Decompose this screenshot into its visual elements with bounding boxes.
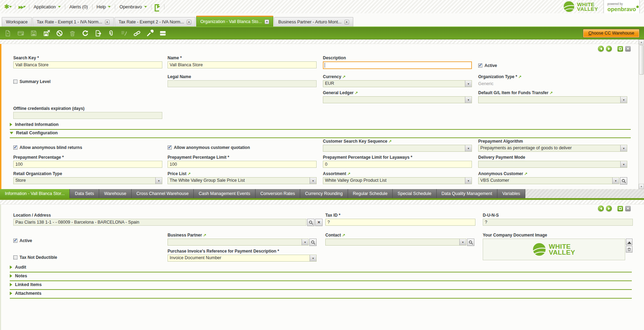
child-tab-currency-rounding[interactable]: Currency Rounding xyxy=(300,189,348,198)
business-partner-select[interactable] xyxy=(168,239,309,246)
allow-blind-returns-checkbox[interactable] xyxy=(13,145,17,150)
tools-button[interactable] xyxy=(144,28,156,38)
link-out-icon[interactable] xyxy=(523,171,527,176)
assortment-select[interactable]: White Valley Group Product List xyxy=(323,177,472,184)
link-out-icon[interactable] xyxy=(387,139,392,144)
quick-launch-icon[interactable] xyxy=(4,3,9,10)
section-retail-configuration[interactable]: Retail Configuration xyxy=(10,130,631,138)
menu-application[interactable]: Application xyxy=(32,4,62,9)
new-document-button[interactable] xyxy=(2,28,14,38)
search-icon[interactable] xyxy=(307,219,314,226)
default-gl-item-select[interactable] xyxy=(478,96,627,103)
link-out-icon[interactable] xyxy=(186,171,191,176)
offline-credentials-input[interactable] xyxy=(13,112,162,119)
section-linked-items[interactable]: Linked Items xyxy=(10,282,632,290)
search-icon[interactable] xyxy=(309,239,317,246)
clear-icon[interactable] xyxy=(315,219,323,226)
refresh-button[interactable] xyxy=(79,28,91,38)
save-and-close-button[interactable] xyxy=(40,28,53,38)
legal-name-input[interactable] xyxy=(168,80,317,87)
choose-cc-warehouse-button[interactable]: Choose CC Warehouse xyxy=(583,29,639,38)
chevron-down-icon[interactable] xyxy=(612,178,619,184)
next-record-button[interactable] xyxy=(606,46,612,52)
chevron-down-icon[interactable] xyxy=(9,6,12,9)
delivery-payment-mode-select[interactable] xyxy=(478,161,627,168)
export-button[interactable] xyxy=(92,28,104,38)
quick-create-icon[interactable] xyxy=(18,3,23,10)
customer-search-key-sequence-select[interactable] xyxy=(323,145,472,152)
menu-alerts[interactable]: Alerts (0) xyxy=(68,4,89,9)
audit-trail-button[interactable] xyxy=(118,28,130,38)
form-grid-toggle-button[interactable] xyxy=(157,28,169,38)
link-button[interactable] xyxy=(131,28,143,38)
name-input[interactable] xyxy=(168,61,317,68)
chevron-down-icon[interactable] xyxy=(620,161,627,167)
close-panel-button[interactable] xyxy=(625,46,631,52)
menu-help[interactable]: Help xyxy=(96,4,112,9)
tab-business-partner[interactable]: Business Partner - Arturo Mont... xyxy=(274,17,353,27)
allow-customer-quotation-checkbox[interactable] xyxy=(168,145,172,150)
summary-level-checkbox[interactable] xyxy=(13,80,17,84)
tab-close-icon[interactable] xyxy=(187,20,191,24)
undo-button[interactable] xyxy=(53,28,66,38)
new-row-button[interactable] xyxy=(15,28,27,38)
child-tab-warehouse[interactable]: Warehouse xyxy=(99,189,131,198)
tab-tax-rate-exempt-1[interactable]: Tax Rate - Exempt 1 - IVA Norm... xyxy=(32,17,113,27)
chevron-down-icon[interactable] xyxy=(310,255,316,261)
child-tab-data-sets[interactable]: Data Sets xyxy=(70,189,99,198)
currency-select[interactable]: EUR xyxy=(323,80,472,87)
prepayment-percentage-limit-input[interactable] xyxy=(168,161,317,168)
prepayment-percentage-input[interactable] xyxy=(13,161,162,168)
link-out-icon[interactable] xyxy=(341,74,346,79)
search-key-input[interactable] xyxy=(13,61,162,68)
chevron-down-icon[interactable] xyxy=(23,6,26,9)
child-tab-cash-management-events[interactable]: Cash Management Events xyxy=(194,189,255,198)
menu-openbravo[interactable]: Openbravo xyxy=(118,4,148,9)
duns-input[interactable] xyxy=(483,219,633,226)
active-checkbox[interactable] xyxy=(478,63,482,68)
tab-workspace[interactable]: Workspace xyxy=(2,17,32,27)
company-document-image[interactable]: WHITEVALLEY xyxy=(483,239,625,260)
child-tab-data-quality-management[interactable]: Data Quality Management xyxy=(437,189,497,198)
link-out-icon[interactable] xyxy=(202,233,206,238)
child-tab-conversion-rates[interactable]: Conversion Rates xyxy=(256,189,300,198)
link-out-icon[interactable] xyxy=(517,74,521,79)
link-out-icon[interactable] xyxy=(354,90,358,95)
prepayment-limit-layaways-input[interactable] xyxy=(323,161,472,168)
previous-record-button[interactable] xyxy=(598,205,604,211)
link-out-icon[interactable] xyxy=(346,171,350,176)
price-list-select[interactable]: The White Valley Group Sale Price List xyxy=(168,177,317,184)
chevron-down-icon[interactable] xyxy=(465,97,472,103)
tax-id-input[interactable] xyxy=(325,219,475,226)
chevron-down-icon[interactable] xyxy=(155,178,162,184)
save-button[interactable] xyxy=(28,28,40,38)
section-attachments[interactable]: Attachments xyxy=(10,291,632,299)
chevron-down-icon[interactable] xyxy=(465,145,472,151)
chevron-down-icon[interactable] xyxy=(620,145,627,151)
link-out-icon[interactable] xyxy=(341,233,345,238)
section-inherited-information[interactable]: Inherited Information xyxy=(10,122,631,130)
child-tab-information[interactable]: Information - Vall Blanca Stor... xyxy=(0,189,70,198)
location-address-input[interactable] xyxy=(13,219,306,226)
general-ledger-select[interactable] xyxy=(323,96,472,103)
anonymous-customer-select[interactable]: VBS Customer xyxy=(478,177,619,184)
section-notes[interactable]: Notes xyxy=(10,273,632,281)
chevron-down-icon[interactable] xyxy=(465,81,472,87)
next-record-button[interactable] xyxy=(606,205,612,211)
delete-image-icon[interactable] xyxy=(626,246,632,253)
upload-image-icon[interactable] xyxy=(626,239,632,245)
chevron-down-icon[interactable] xyxy=(620,97,627,103)
description-input[interactable] xyxy=(323,61,472,69)
contact-select[interactable] xyxy=(325,239,466,246)
search-icon[interactable] xyxy=(467,239,474,246)
chevron-down-icon[interactable] xyxy=(302,239,308,245)
section-audit[interactable]: Audit xyxy=(10,265,632,272)
logout-icon[interactable] xyxy=(155,4,161,9)
tab-organization[interactable]: Organization - Vall Blanca Sto... xyxy=(196,16,273,27)
search-icon[interactable] xyxy=(620,177,627,185)
scroll-down-icon[interactable] xyxy=(639,184,644,189)
maximize-button[interactable] xyxy=(617,46,623,52)
purchase-invoice-reference-select[interactable]: Invoice Document Number xyxy=(168,255,317,262)
chevron-down-icon[interactable] xyxy=(465,178,472,184)
prepayment-algorithm-select[interactable]: Prepayments as percentage of goods to de… xyxy=(478,145,627,152)
